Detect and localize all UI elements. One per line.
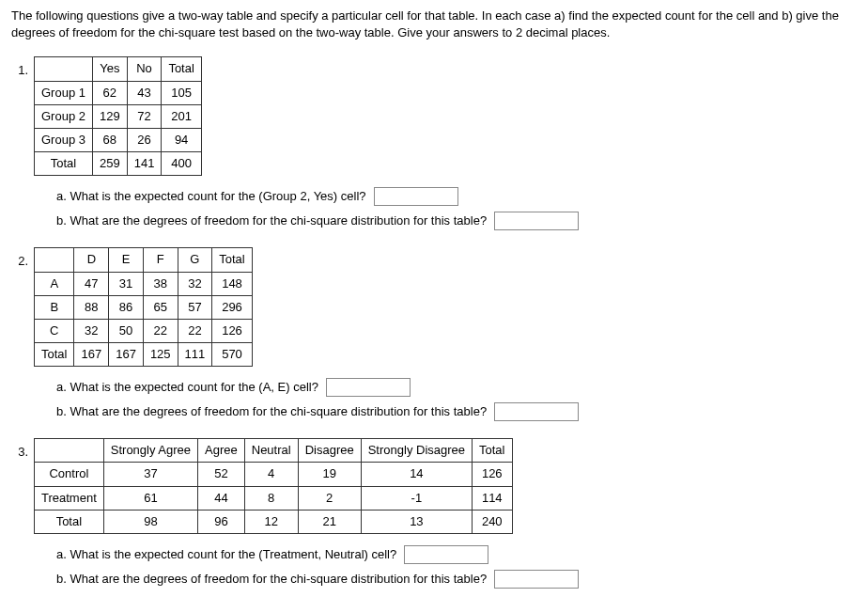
table-cell: Disagree	[298, 439, 361, 463]
question-block-1: a. What is the expected count for the (G…	[56, 187, 857, 230]
table-cell: 114	[473, 486, 512, 510]
table-cell: 4	[244, 463, 298, 486]
problem-number: 3.	[11, 438, 34, 461]
table-cell: 37	[103, 463, 197, 486]
table-cell: 240	[473, 510, 512, 533]
table-cell: 296	[212, 295, 252, 319]
table-cell: 86	[109, 295, 144, 319]
table-cell: C	[35, 319, 74, 342]
problem-3: 3. Strongly Agree Agree Neutral Disagree…	[11, 438, 857, 534]
table-cell: 65	[143, 295, 178, 319]
table-cell: 141	[127, 152, 162, 176]
table-cell: Treatment	[35, 486, 104, 510]
table-cell: E	[109, 248, 144, 272]
table-cell: 88	[74, 295, 109, 319]
table-cell: Agree	[198, 439, 245, 463]
table-cell: -1	[361, 486, 472, 510]
question-1a: a. What is the expected count for the (G…	[56, 187, 857, 206]
table-cell: 26	[127, 128, 162, 151]
table-cell: 96	[198, 510, 245, 533]
table-cell: Group 1	[35, 81, 93, 104]
table-cell: 47	[74, 272, 109, 295]
question-text: b. What are the degrees of freedom for t…	[56, 403, 487, 420]
question-1b: b. What are the degrees of freedom for t…	[56, 212, 857, 230]
table-cell: Total	[473, 439, 512, 463]
table-cell: 22	[178, 319, 212, 342]
table-cell	[35, 439, 104, 463]
table-cell	[35, 57, 93, 81]
question-2b: b. What are the degrees of freedom for t…	[56, 402, 857, 421]
table-cell: A	[35, 272, 74, 295]
table-cell: 62	[92, 81, 127, 104]
table-cell: Total	[35, 510, 104, 533]
intro-text: The following questions give a two-way t…	[11, 8, 857, 41]
table-cell: No	[127, 57, 162, 81]
question-text: a. What is the expected count for the (A…	[56, 379, 318, 396]
table-cell: 259	[92, 152, 127, 176]
answer-input-2b[interactable]	[494, 402, 579, 421]
question-3a: a. What is the expected count for the (T…	[56, 545, 857, 564]
answer-input-1b[interactable]	[494, 212, 579, 230]
problem-number: 2.	[11, 247, 34, 270]
answer-input-1a[interactable]	[374, 187, 458, 206]
table-cell: 2	[298, 486, 361, 510]
table-cell: 201	[162, 104, 201, 128]
answer-input-3b[interactable]	[494, 570, 579, 589]
answer-input-2a[interactable]	[326, 378, 411, 397]
table-cell: 61	[103, 486, 197, 510]
table-cell: 105	[162, 81, 201, 104]
table-cell: 32	[178, 272, 212, 295]
table-cell: 14	[361, 463, 472, 486]
table-cell: 94	[162, 128, 201, 151]
table-cell: 50	[109, 319, 144, 342]
table-cell: 129	[92, 104, 127, 128]
table-cell: Group 2	[35, 104, 93, 128]
question-block-2: a. What is the expected count for the (A…	[56, 378, 857, 421]
answer-input-3a[interactable]	[404, 545, 488, 564]
table-cell: D	[74, 248, 109, 272]
table-cell: 52	[198, 463, 245, 486]
table-cell: 400	[162, 152, 201, 176]
table-cell: 126	[473, 463, 512, 486]
table-cell: Total	[212, 248, 252, 272]
table-cell: Total	[35, 152, 93, 176]
table-cell: 126	[212, 319, 252, 342]
table-cell: Strongly Agree	[103, 439, 197, 463]
question-block-3: a. What is the expected count for the (T…	[56, 545, 857, 589]
table-cell: 31	[109, 272, 144, 295]
problem-2: 2. D E F G Total A 47 31 38 32 148 B 88 …	[11, 247, 857, 367]
table-cell: 111	[178, 343, 212, 367]
table-cell: 167	[74, 343, 109, 367]
table-cell: 98	[103, 510, 197, 533]
table-1: Yes No Total Group 1 62 43 105 Group 2 1…	[34, 56, 202, 176]
table-cell: 68	[92, 128, 127, 151]
table-cell: 21	[298, 510, 361, 533]
table-cell: Neutral	[244, 439, 298, 463]
table-cell: Group 3	[35, 128, 93, 151]
table-cell: 8	[244, 486, 298, 510]
table-cell: 32	[74, 319, 109, 342]
table-3: Strongly Agree Agree Neutral Disagree St…	[34, 438, 513, 534]
table-cell: Total	[162, 57, 201, 81]
question-text: b. What are the degrees of freedom for t…	[56, 571, 487, 588]
table-cell: Yes	[92, 57, 127, 81]
table-cell: 57	[178, 295, 212, 319]
table-cell: G	[178, 248, 212, 272]
table-cell: 72	[127, 104, 162, 128]
table-cell: 13	[361, 510, 472, 533]
question-text: a. What is the expected count for the (T…	[56, 546, 396, 563]
table-cell: Control	[35, 463, 104, 486]
table-2: D E F G Total A 47 31 38 32 148 B 88 86 …	[34, 247, 253, 367]
table-cell: 570	[212, 343, 252, 367]
table-cell: 22	[143, 319, 178, 342]
question-2a: a. What is the expected count for the (A…	[56, 378, 857, 397]
question-3b: b. What are the degrees of freedom for t…	[56, 570, 857, 589]
table-cell: 43	[127, 81, 162, 104]
table-cell: 167	[109, 343, 144, 367]
table-cell: 12	[244, 510, 298, 533]
table-cell: 19	[298, 463, 361, 486]
table-cell: Strongly Disagree	[361, 439, 472, 463]
question-text: a. What is the expected count for the (G…	[56, 188, 366, 205]
table-cell: 125	[143, 343, 178, 367]
problem-1: 1. Yes No Total Group 1 62 43 105 Group …	[11, 56, 857, 176]
